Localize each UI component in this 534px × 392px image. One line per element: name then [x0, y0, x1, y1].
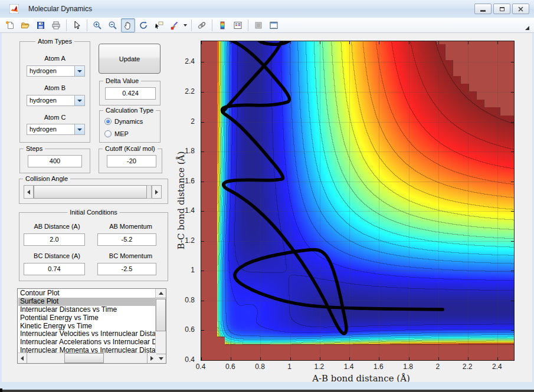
- contour-plot-canvas[interactable]: [201, 41, 515, 361]
- mep-radio-row[interactable]: MEP: [104, 130, 129, 137]
- rotate-3d-button[interactable]: [136, 18, 150, 32]
- slider-thumb[interactable]: [34, 185, 147, 199]
- chevron-down-icon[interactable]: [74, 124, 84, 134]
- show-plot-tools-dock-button[interactable]: [267, 18, 281, 32]
- x-tick-label: 0.4: [196, 363, 206, 371]
- plot-type-listbox: Contour PlotSurface PlotInternuclear Dis…: [17, 288, 166, 364]
- minimize-button[interactable]: [474, 4, 492, 14]
- desktop-edge: [0, 390, 534, 392]
- slider-left-arrow[interactable]: [24, 185, 34, 199]
- colorbar-icon: [218, 21, 227, 30]
- restore-button[interactable]: [493, 4, 510, 14]
- update-button[interactable]: Update: [99, 44, 160, 74]
- list-item[interactable]: Kinetic Energy vs Time: [18, 322, 156, 331]
- mep-radio-label: MEP: [114, 130, 129, 137]
- steps-field[interactable]: 400: [28, 155, 82, 167]
- insert-colorbar-button[interactable]: [215, 18, 230, 32]
- scroll-up-arrow[interactable]: [156, 289, 166, 298]
- bc-momentum-field[interactable]: -2.5: [97, 263, 156, 275]
- delta-value-title: Delta Value: [103, 77, 141, 84]
- data-cursor-button[interactable]: [152, 18, 166, 32]
- listbox-vscrollbar: [155, 289, 166, 363]
- list-item[interactable]: Internuclear Accelerations vs Internucle…: [18, 338, 156, 347]
- x-tick-label: 2.2: [463, 363, 473, 371]
- dock-figure-icon: [269, 21, 279, 30]
- scroll-right-arrow[interactable]: [147, 353, 156, 363]
- x-tick-label: 1: [287, 363, 291, 371]
- ab-distance-field[interactable]: 2.0: [24, 233, 85, 246]
- list-item[interactable]: Potential Energy vs Time: [18, 314, 156, 322]
- close-icon: [518, 6, 523, 12]
- delta-value-field[interactable]: 0.424: [105, 87, 156, 100]
- toolbar-separator: [191, 19, 192, 31]
- atom-a-label: Atom A: [19, 55, 90, 62]
- chevron-down-icon[interactable]: [74, 95, 84, 106]
- collision-angle-slider: [24, 185, 162, 199]
- atom-b-label: Atom B: [19, 84, 90, 91]
- slider-right-arrow[interactable]: [152, 185, 162, 199]
- y-tick-label: 0.4: [185, 355, 195, 364]
- hide-plot-tools-button[interactable]: [251, 18, 266, 32]
- pan-tool-button[interactable]: [121, 18, 135, 32]
- zoom-out-icon: [108, 21, 117, 30]
- pointer-icon: [72, 21, 81, 30]
- toolbar: [0, 18, 534, 33]
- bc-momentum-label: BC Momentum: [97, 252, 164, 259]
- toolbar-overflow-icon[interactable]: [525, 26, 529, 30]
- zoom-in-button[interactable]: [90, 18, 104, 32]
- atom-c-label: Atom C: [19, 114, 90, 121]
- list-item[interactable]: Internuclear Distances vs Time: [18, 306, 156, 314]
- list-item[interactable]: Contour Plot: [18, 289, 156, 298]
- window-title: Molecular Dynamics: [28, 5, 92, 13]
- print-button[interactable]: [49, 18, 63, 32]
- y-axis-label: B-C bond distance (Å): [176, 151, 186, 250]
- dynamics-radio[interactable]: [104, 118, 112, 125]
- toolbar-separator: [248, 19, 248, 31]
- hscroll-thumb[interactable]: [64, 353, 104, 363]
- save-button[interactable]: [34, 18, 48, 32]
- hide-plot-tools-icon: [254, 21, 263, 30]
- list-item[interactable]: Surface Plot: [18, 298, 156, 306]
- close-button[interactable]: [512, 4, 529, 14]
- initial-conditions-title: Initial Conditions: [67, 209, 120, 216]
- atom-c-dropdown[interactable]: hydrogen: [27, 124, 85, 135]
- atom-b-dropdown[interactable]: hydrogen: [27, 95, 85, 106]
- calculation-type-group: Calculation Type: [99, 110, 160, 143]
- y-tick-label: 0.6: [185, 325, 195, 334]
- pointer-tool-button[interactable]: [70, 18, 84, 32]
- cutoff-field[interactable]: -20: [107, 155, 156, 167]
- insert-legend-button[interactable]: [231, 18, 245, 32]
- steps-title: Steps: [24, 145, 45, 152]
- vscroll-thumb[interactable]: [156, 299, 166, 331]
- bc-distance-label: BC Distance (A): [24, 252, 90, 259]
- dynamics-radio-row[interactable]: Dynamics: [104, 118, 143, 125]
- brush-dropdown-icon[interactable]: [184, 24, 187, 27]
- atom-a-dropdown[interactable]: hydrogen: [27, 65, 85, 77]
- window-bottom-border: [0, 382, 534, 390]
- ab-momentum-field[interactable]: -5.2: [97, 233, 156, 246]
- scroll-left-arrow[interactable]: [18, 353, 27, 363]
- mep-radio[interactable]: [104, 130, 112, 137]
- x-tick-label: 1.4: [344, 363, 354, 371]
- y-tick-label: 0.8: [185, 296, 195, 304]
- minimize-icon: [480, 10, 486, 12]
- zoom-out-button[interactable]: [106, 18, 120, 32]
- link-plots-button[interactable]: [195, 18, 209, 32]
- y-tick-label: 2: [191, 117, 195, 126]
- new-file-button[interactable]: [3, 18, 17, 32]
- chevron-down-icon[interactable]: [74, 66, 84, 76]
- bc-distance-field[interactable]: 0.74: [24, 263, 85, 275]
- y-tick-label: 1: [191, 266, 195, 274]
- listbox-items: Contour PlotSurface PlotInternuclear Dis…: [18, 289, 156, 354]
- list-item[interactable]: Internuclear Velocities vs Internuclear …: [18, 330, 156, 338]
- dynamics-radio-label: Dynamics: [114, 118, 143, 125]
- open-file-button[interactable]: [18, 18, 32, 32]
- zoom-in-icon: [93, 21, 102, 30]
- title-bar[interactable]: Molecular Dynamics: [0, 0, 534, 18]
- new-file-icon: [5, 21, 15, 30]
- brush-tool-button[interactable]: [167, 18, 181, 32]
- save-icon: [36, 21, 45, 30]
- toolbar-separator: [66, 19, 67, 31]
- scroll-down-arrow[interactable]: [156, 354, 166, 363]
- calculation-type-title: Calculation Type: [103, 107, 156, 114]
